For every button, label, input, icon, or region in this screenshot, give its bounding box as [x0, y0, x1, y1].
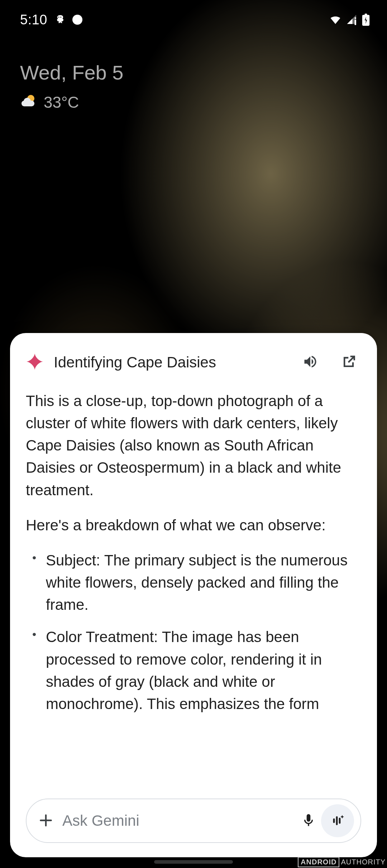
home-temperature: 33°C — [44, 93, 79, 111]
notification-icon — [54, 14, 66, 26]
panel-title: Identifying Cape Daisies — [54, 354, 291, 371]
add-button[interactable] — [37, 811, 55, 831]
list-item: Color Treatment: The image has been proc… — [30, 626, 361, 715]
svg-rect-0 — [355, 20, 357, 25]
panel-header-actions — [301, 352, 358, 372]
home-date: Wed, Feb 5 — [20, 61, 123, 84]
status-bar-right — [329, 13, 370, 26]
list-item: Subject: The primary subject is the nume… — [30, 549, 361, 616]
panel-body[interactable]: This is a close-up, top-down photograph … — [26, 390, 361, 791]
input-trailing-actions — [300, 804, 354, 837]
weather-icon — [20, 92, 37, 113]
battery-charging-icon — [362, 14, 370, 26]
home-weather: 33°C — [20, 92, 123, 113]
svg-rect-3 — [365, 14, 367, 15]
status-bar: 5:10 — [0, 0, 387, 39]
cellular-signal-icon — [345, 13, 358, 26]
watermark: ANDROID AUTHORITY — [298, 857, 386, 867]
gemini-live-button[interactable] — [321, 804, 354, 837]
response-paragraph: This is a close-up, top-down photograph … — [26, 390, 361, 501]
response-paragraph: Here's a breakdown of what we can observ… — [26, 514, 361, 536]
prompt-input-bar[interactable]: Ask Gemini — [26, 799, 361, 843]
watermark-brand-2: AUTHORITY — [341, 858, 386, 866]
response-list: Subject: The primary subject is the nume… — [26, 549, 361, 715]
status-bar-left: 5:10 — [20, 12, 82, 28]
status-time: 5:10 — [20, 12, 47, 28]
gemini-panel: Identifying Cape Daisies This is a close… — [10, 333, 377, 857]
open-external-button[interactable] — [340, 352, 358, 372]
wifi-icon — [329, 13, 342, 26]
panel-header: Identifying Cape Daisies — [26, 352, 361, 372]
prompt-placeholder: Ask Gemini — [62, 812, 292, 829]
read-aloud-button[interactable] — [301, 352, 320, 372]
svg-point-1 — [355, 17, 357, 19]
nav-handle[interactable] — [154, 860, 233, 864]
mic-button[interactable] — [300, 811, 317, 830]
notification-dot-icon — [72, 15, 82, 25]
home-info-widget[interactable]: Wed, Feb 5 33°C — [20, 61, 123, 113]
gemini-spark-icon — [26, 353, 44, 372]
phone-screen: 5:10 — [0, 0, 387, 868]
watermark-brand-1: ANDROID — [298, 857, 339, 867]
